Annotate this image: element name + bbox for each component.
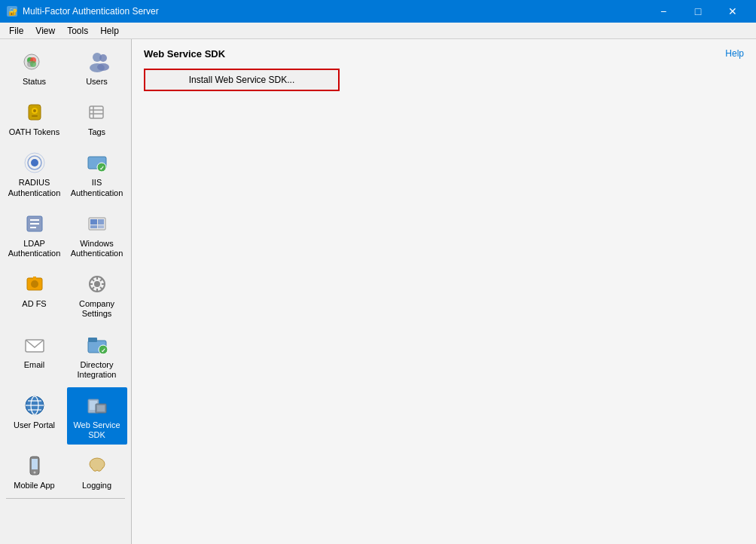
sidebar-item-email-label: Email <box>24 360 45 370</box>
sidebar-item-oath-label: OATH Tokens <box>9 127 59 137</box>
sidebar-row-7: User Portal Web Service SDK <box>0 386 131 446</box>
sidebar-row-6: Email ✓ Directory Integration <box>0 325 131 386</box>
directory-icon: ✓ <box>84 332 111 359</box>
webservice-icon <box>84 392 111 419</box>
sidebar-row-4: LDAP Authentication Windows Authenticati… <box>0 204 131 264</box>
content-area: Web Service SDK Help Install Web Service… <box>132 39 756 544</box>
sidebar-item-logging-label: Logging <box>82 481 111 491</box>
sidebar-item-tags[interactable]: Tags <box>67 94 127 142</box>
sidebar-row-8: Mobile App Logging <box>0 446 131 497</box>
sidebar-row-5: AD FS Co <box>0 264 131 325</box>
sidebar-item-status-label: Status <box>23 77 46 87</box>
app-icon: 🔐 <box>6 5 18 17</box>
portal-icon <box>21 392 48 419</box>
sidebar-item-mobile-label: Mobile App <box>14 481 54 491</box>
main-container: Status Users <box>0 39 756 544</box>
adfs-icon <box>21 270 48 298</box>
windows-icon <box>84 210 111 237</box>
svg-rect-30 <box>90 219 97 225</box>
sidebar-item-mobile-app[interactable]: Mobile App <box>5 448 65 495</box>
svg-rect-36 <box>33 277 36 280</box>
menu-help[interactable]: Help <box>94 24 125 38</box>
menu-file[interactable]: File <box>3 24 29 38</box>
sidebar-item-windows-auth[interactable]: Windows Authentication <box>67 206 127 263</box>
svg-rect-41 <box>88 338 97 342</box>
sidebar-item-tags-label: Tags <box>88 127 105 137</box>
company-icon <box>84 270 111 298</box>
iis-icon: ✓ <box>84 149 111 176</box>
svg-point-55 <box>33 472 35 474</box>
svg-point-35 <box>31 280 38 288</box>
sidebar-item-radius-auth[interactable]: RADIUS Authentication <box>5 145 65 202</box>
svg-rect-15 <box>90 106 103 118</box>
svg-rect-54 <box>32 459 38 469</box>
svg-rect-13 <box>32 115 38 117</box>
sidebar-item-adfs-label: AD FS <box>22 299 46 309</box>
sidebar-item-ldap-auth[interactable]: LDAP Authentication <box>5 206 65 263</box>
logging-icon <box>84 452 111 479</box>
svg-rect-32 <box>90 225 97 228</box>
sidebar-item-iis-label: IIS Authentication <box>70 178 124 197</box>
sidebar-item-logging[interactable]: Logging <box>67 448 127 495</box>
svg-text:✓: ✓ <box>99 165 105 172</box>
sidebar-item-portal-label: User Portal <box>14 420 55 430</box>
ldap-icon <box>21 210 48 237</box>
menu-bar: File View Tools Help <box>0 23 756 39</box>
users-icon <box>84 48 111 75</box>
sidebar-item-user-portal[interactable]: User Portal <box>5 387 65 445</box>
svg-point-9 <box>99 54 107 62</box>
sidebar-item-email[interactable]: Email <box>5 327 65 384</box>
sidebar-item-web-service-sdk[interactable]: Web Service SDK <box>67 387 127 445</box>
content-title: Web Service SDK <box>144 48 744 60</box>
status-icon <box>21 48 48 75</box>
sidebar-item-iis-auth[interactable]: ✓ IIS Authentication <box>67 145 127 202</box>
sidebar-item-windows-label: Windows Authentication <box>70 239 124 258</box>
sidebar-item-company-settings[interactable]: Company Settings <box>67 266 127 323</box>
close-button[interactable]: ✕ <box>715 0 750 23</box>
sidebar-item-radius-label: RADIUS Authentication <box>8 178 62 197</box>
svg-text:✓: ✓ <box>101 347 106 354</box>
maximize-button[interactable]: □ <box>681 0 715 23</box>
svg-point-38 <box>94 281 100 287</box>
sidebar-item-ldap-label: LDAP Authentication <box>8 239 62 258</box>
help-link[interactable]: Help <box>725 48 744 59</box>
svg-rect-31 <box>98 219 104 225</box>
svg-text:🔐: 🔐 <box>8 7 18 17</box>
radius-icon <box>21 149 48 176</box>
minimize-button[interactable]: − <box>646 0 681 23</box>
title-bar: 🔐 Multi-Factor Authentication Server − □… <box>0 0 756 23</box>
oath-icon <box>21 99 48 126</box>
svg-point-6 <box>30 61 36 67</box>
install-web-service-sdk-button[interactable]: Install Web Service SDK... <box>144 69 340 91</box>
menu-tools[interactable]: Tools <box>61 24 94 38</box>
sidebar-item-oath-tokens[interactable]: OATH Tokens <box>5 94 65 142</box>
email-icon <box>21 332 48 359</box>
svg-point-19 <box>31 159 38 167</box>
menu-view[interactable]: View <box>29 24 61 38</box>
sidebar-item-users-label: Users <box>86 77 108 87</box>
svg-point-14 <box>33 109 36 112</box>
sidebar-item-users[interactable]: Users <box>67 44 127 91</box>
sidebar-item-sdk-label: Web Service SDK <box>70 420 124 440</box>
tags-icon <box>84 99 111 126</box>
mobile-icon <box>21 452 48 479</box>
sidebar-row-1: Status Users <box>0 42 131 93</box>
window-controls: − □ ✕ <box>646 0 750 23</box>
sidebar-item-directory-label: Directory Integration <box>70 360 124 380</box>
sidebar-row-3: RADIUS Authentication ✓ IIS Authenticati… <box>0 143 131 203</box>
svg-rect-52 <box>97 405 105 411</box>
svg-point-10 <box>97 63 109 71</box>
window-title: Multi-Factor Authentication Server <box>23 6 159 17</box>
sidebar-row-2: OATH Tokens Tags <box>0 93 131 143</box>
sidebar-item-status[interactable]: Status <box>5 44 65 91</box>
svg-rect-33 <box>98 225 104 228</box>
sidebar-item-company-label: Company Settings <box>70 299 124 319</box>
sidebar-item-adfs[interactable]: AD FS <box>5 266 65 323</box>
sidebar-item-directory-integration[interactable]: ✓ Directory Integration <box>67 327 127 384</box>
sidebar: Status Users <box>0 39 132 544</box>
sidebar-divider <box>6 498 125 499</box>
